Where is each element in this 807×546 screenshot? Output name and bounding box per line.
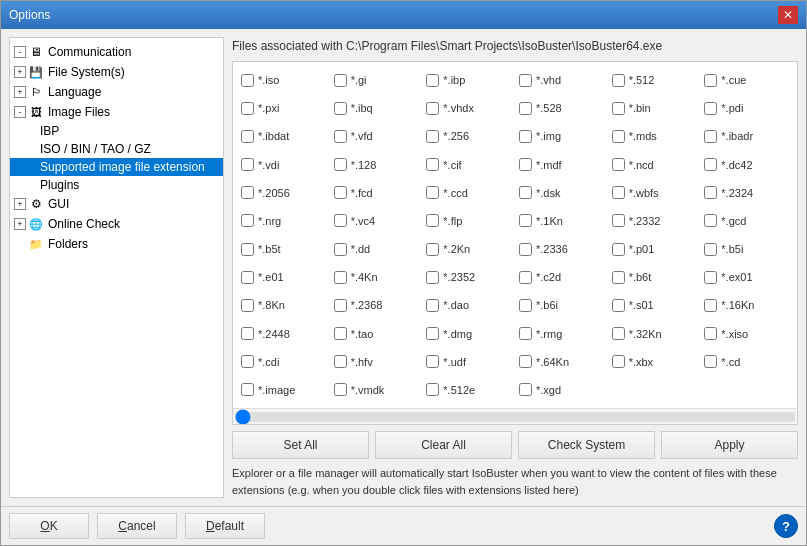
- sidebar-item-folders[interactable]: Folders: [10, 234, 223, 254]
- sidebar-item-language[interactable]: + Language: [10, 82, 223, 102]
- ext-checkbox[interactable]: [334, 102, 347, 115]
- ext-item: *.128: [330, 150, 423, 178]
- ext-checkbox[interactable]: [334, 355, 347, 368]
- ext-checkbox[interactable]: [519, 102, 532, 115]
- ext-checkbox[interactable]: [334, 243, 347, 256]
- help-button[interactable]: ?: [774, 514, 798, 538]
- ext-checkbox[interactable]: [704, 186, 717, 199]
- ext-checkbox[interactable]: [612, 243, 625, 256]
- ext-checkbox[interactable]: [426, 383, 439, 396]
- ext-checkbox[interactable]: [426, 158, 439, 171]
- ext-checkbox[interactable]: [241, 355, 254, 368]
- ext-checkbox[interactable]: [241, 299, 254, 312]
- ext-checkbox[interactable]: [704, 130, 717, 143]
- ext-checkbox[interactable]: [519, 74, 532, 87]
- ext-checkbox[interactable]: [241, 186, 254, 199]
- ext-checkbox[interactable]: [519, 327, 532, 340]
- set-all-button[interactable]: Set All: [232, 431, 369, 459]
- sidebar-item-ibp[interactable]: IBP: [10, 122, 223, 140]
- ext-checkbox[interactable]: [612, 130, 625, 143]
- ext-checkbox[interactable]: [426, 214, 439, 227]
- ext-checkbox[interactable]: [612, 355, 625, 368]
- ext-checkbox[interactable]: [426, 299, 439, 312]
- expand-onlinecheck[interactable]: +: [14, 218, 26, 230]
- ext-checkbox[interactable]: [426, 102, 439, 115]
- ext-checkbox[interactable]: [612, 214, 625, 227]
- sidebar-item-communication[interactable]: - Communication: [10, 42, 223, 62]
- sidebar-item-onlinecheck[interactable]: + Online Check: [10, 214, 223, 234]
- ext-label: *.e01: [258, 271, 284, 283]
- ext-checkbox[interactable]: [334, 271, 347, 284]
- ext-checkbox[interactable]: [704, 243, 717, 256]
- apply-button[interactable]: Apply: [661, 431, 798, 459]
- sidebar-item-isotao[interactable]: ISO / BIN / TAO / GZ: [10, 140, 223, 158]
- sidebar-item-gui[interactable]: + GUI: [10, 194, 223, 214]
- ext-checkbox[interactable]: [519, 299, 532, 312]
- sidebar-item-supported[interactable]: Supported image file extension: [10, 158, 223, 176]
- expand-imagefiles[interactable]: -: [14, 106, 26, 118]
- horizontal-scrollbar[interactable]: [235, 412, 795, 422]
- clear-all-button[interactable]: Clear All: [375, 431, 512, 459]
- ext-checkbox[interactable]: [241, 214, 254, 227]
- ext-checkbox[interactable]: [704, 355, 717, 368]
- expand-gui[interactable]: +: [14, 198, 26, 210]
- ext-checkbox[interactable]: [334, 74, 347, 87]
- ext-checkbox[interactable]: [241, 383, 254, 396]
- ext-checkbox[interactable]: [334, 214, 347, 227]
- ext-checkbox[interactable]: [519, 158, 532, 171]
- close-button[interactable]: ✕: [778, 6, 798, 24]
- ext-checkbox[interactable]: [519, 214, 532, 227]
- ext-checkbox[interactable]: [334, 299, 347, 312]
- ext-label: *.tao: [351, 328, 374, 340]
- ext-checkbox[interactable]: [519, 383, 532, 396]
- ext-checkbox[interactable]: [241, 130, 254, 143]
- ext-checkbox[interactable]: [334, 327, 347, 340]
- ext-checkbox[interactable]: [519, 243, 532, 256]
- ext-checkbox[interactable]: [334, 130, 347, 143]
- expand-language[interactable]: +: [14, 86, 26, 98]
- ext-checkbox[interactable]: [519, 355, 532, 368]
- ext-checkbox[interactable]: [241, 102, 254, 115]
- ext-checkbox[interactable]: [704, 299, 717, 312]
- default-button[interactable]: Default: [185, 513, 265, 539]
- ext-checkbox[interactable]: [612, 158, 625, 171]
- ext-checkbox[interactable]: [334, 158, 347, 171]
- expand-filesystem[interactable]: +: [14, 66, 26, 78]
- ext-checkbox[interactable]: [704, 102, 717, 115]
- ext-checkbox[interactable]: [241, 158, 254, 171]
- ext-checkbox[interactable]: [426, 327, 439, 340]
- ext-checkbox[interactable]: [704, 158, 717, 171]
- cancel-button[interactable]: Cancel: [97, 513, 177, 539]
- ext-checkbox[interactable]: [241, 271, 254, 284]
- ext-checkbox[interactable]: [426, 186, 439, 199]
- check-system-button[interactable]: Check System: [518, 431, 655, 459]
- ext-checkbox[interactable]: [334, 383, 347, 396]
- ext-checkbox[interactable]: [241, 327, 254, 340]
- ext-checkbox[interactable]: [704, 327, 717, 340]
- ext-checkbox[interactable]: [426, 355, 439, 368]
- sidebar-item-filesystem[interactable]: + File System(s): [10, 62, 223, 82]
- ext-checkbox[interactable]: [426, 74, 439, 87]
- ext-checkbox[interactable]: [612, 102, 625, 115]
- ext-checkbox[interactable]: [519, 130, 532, 143]
- ext-checkbox[interactable]: [426, 130, 439, 143]
- ext-checkbox[interactable]: [426, 271, 439, 284]
- ext-checkbox[interactable]: [519, 186, 532, 199]
- ext-checkbox[interactable]: [334, 186, 347, 199]
- ext-checkbox[interactable]: [426, 243, 439, 256]
- expand-communication[interactable]: -: [14, 46, 26, 58]
- sidebar-item-imagefiles[interactable]: - Image Files: [10, 102, 223, 122]
- ext-checkbox[interactable]: [612, 74, 625, 87]
- ext-checkbox[interactable]: [704, 214, 717, 227]
- ext-checkbox[interactable]: [612, 271, 625, 284]
- ext-checkbox[interactable]: [519, 271, 532, 284]
- ok-button[interactable]: OK: [9, 513, 89, 539]
- ext-checkbox[interactable]: [612, 327, 625, 340]
- ext-checkbox[interactable]: [704, 271, 717, 284]
- ext-checkbox[interactable]: [241, 74, 254, 87]
- sidebar-item-plugins[interactable]: Plugins: [10, 176, 223, 194]
- ext-checkbox[interactable]: [241, 243, 254, 256]
- ext-checkbox[interactable]: [612, 299, 625, 312]
- ext-checkbox[interactable]: [704, 74, 717, 87]
- ext-checkbox[interactable]: [612, 186, 625, 199]
